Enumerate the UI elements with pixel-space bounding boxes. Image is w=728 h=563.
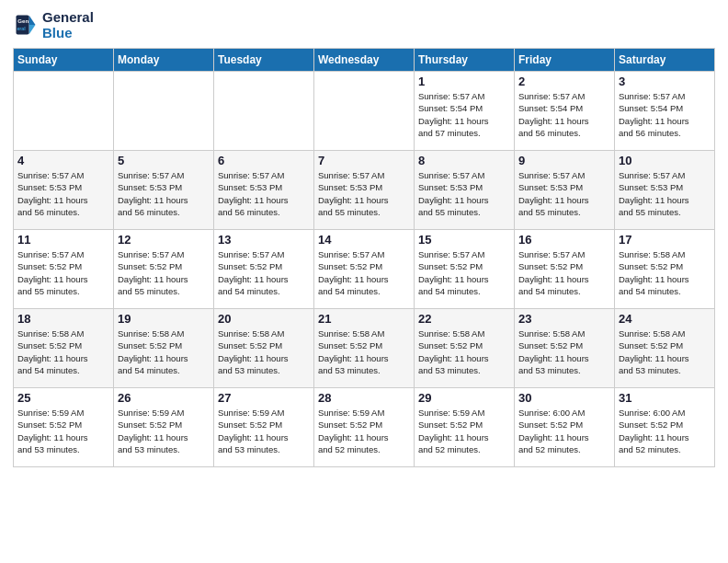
day-number: 14 xyxy=(318,233,410,247)
column-header-friday: Friday xyxy=(515,49,615,72)
calendar-cell: 21Sunrise: 5:58 AM Sunset: 5:52 PM Dayli… xyxy=(314,309,415,388)
calendar-cell: 28Sunrise: 5:59 AM Sunset: 5:52 PM Dayli… xyxy=(314,388,415,467)
calendar-cell: 31Sunrise: 6:00 AM Sunset: 5:52 PM Dayli… xyxy=(615,388,715,467)
day-info: Sunrise: 5:58 AM Sunset: 5:52 PM Dayligh… xyxy=(518,327,610,376)
calendar-cell: 14Sunrise: 5:57 AM Sunset: 5:52 PM Dayli… xyxy=(314,230,415,309)
calendar-table: SundayMondayTuesdayWednesdayThursdayFrid… xyxy=(13,48,715,467)
page-container: Gen eral General Blue SundayMondayTuesda… xyxy=(0,0,728,477)
day-number: 28 xyxy=(318,391,410,405)
day-info: Sunrise: 5:57 AM Sunset: 5:52 PM Dayligh… xyxy=(17,248,109,297)
day-number: 30 xyxy=(518,391,610,405)
day-info: Sunrise: 5:59 AM Sunset: 5:52 PM Dayligh… xyxy=(318,407,410,455)
svg-text:Gen: Gen xyxy=(17,17,28,24)
column-header-sunday: Sunday xyxy=(14,49,114,72)
calendar-cell: 22Sunrise: 5:58 AM Sunset: 5:52 PM Dayli… xyxy=(415,309,515,388)
calendar-cell: 25Sunrise: 5:59 AM Sunset: 5:52 PM Dayli… xyxy=(14,388,114,467)
calendar-cell: 24Sunrise: 5:58 AM Sunset: 5:52 PM Dayli… xyxy=(615,309,715,388)
calendar-cell: 1Sunrise: 5:57 AM Sunset: 5:54 PM Daylig… xyxy=(415,72,515,151)
day-info: Sunrise: 5:57 AM Sunset: 5:53 PM Dayligh… xyxy=(418,169,510,218)
day-info: Sunrise: 5:57 AM Sunset: 5:54 PM Dayligh… xyxy=(518,90,610,139)
day-info: Sunrise: 5:57 AM Sunset: 5:54 PM Dayligh… xyxy=(418,90,510,139)
calendar-cell: 5Sunrise: 5:57 AM Sunset: 5:53 PM Daylig… xyxy=(114,151,214,230)
header: Gen eral General Blue xyxy=(13,9,715,40)
calendar-cell: 19Sunrise: 5:58 AM Sunset: 5:52 PM Dayli… xyxy=(114,309,214,388)
day-info: Sunrise: 5:58 AM Sunset: 5:52 PM Dayligh… xyxy=(619,248,711,297)
day-info: Sunrise: 5:58 AM Sunset: 5:52 PM Dayligh… xyxy=(619,327,711,376)
day-number: 20 xyxy=(218,312,310,326)
day-number: 9 xyxy=(518,154,610,167)
svg-marker-0 xyxy=(29,16,36,26)
calendar-cell: 29Sunrise: 5:59 AM Sunset: 5:52 PM Dayli… xyxy=(415,388,515,467)
calendar-cell xyxy=(114,72,214,151)
day-number: 26 xyxy=(118,391,210,405)
day-number: 6 xyxy=(218,154,310,167)
day-number: 31 xyxy=(619,391,711,405)
column-header-monday: Monday xyxy=(114,49,214,72)
calendar-cell: 2Sunrise: 5:57 AM Sunset: 5:54 PM Daylig… xyxy=(515,72,615,151)
logo-icon: Gen eral xyxy=(13,12,39,38)
day-info: Sunrise: 5:59 AM Sunset: 5:52 PM Dayligh… xyxy=(118,407,210,455)
day-info: Sunrise: 5:59 AM Sunset: 5:52 PM Dayligh… xyxy=(218,407,310,455)
column-header-thursday: Thursday xyxy=(415,49,515,72)
calendar-cell: 13Sunrise: 5:57 AM Sunset: 5:52 PM Dayli… xyxy=(214,230,314,309)
day-info: Sunrise: 5:57 AM Sunset: 5:52 PM Dayligh… xyxy=(218,248,310,297)
calendar-cell: 12Sunrise: 5:57 AM Sunset: 5:52 PM Dayli… xyxy=(114,230,214,309)
logo-text: General Blue xyxy=(42,9,94,40)
day-info: Sunrise: 6:00 AM Sunset: 5:52 PM Dayligh… xyxy=(619,407,711,455)
calendar-week-5: 25Sunrise: 5:59 AM Sunset: 5:52 PM Dayli… xyxy=(14,388,715,467)
day-number: 12 xyxy=(118,233,210,247)
calendar-cell: 26Sunrise: 5:59 AM Sunset: 5:52 PM Dayli… xyxy=(114,388,214,467)
day-info: Sunrise: 5:58 AM Sunset: 5:52 PM Dayligh… xyxy=(318,327,410,376)
day-number: 5 xyxy=(118,154,210,167)
day-number: 11 xyxy=(17,233,109,247)
calendar-cell xyxy=(214,72,314,151)
day-number: 21 xyxy=(318,312,410,326)
day-info: Sunrise: 5:57 AM Sunset: 5:53 PM Dayligh… xyxy=(518,169,610,218)
svg-marker-1 xyxy=(29,25,36,35)
day-info: Sunrise: 5:57 AM Sunset: 5:52 PM Dayligh… xyxy=(318,248,410,297)
day-number: 3 xyxy=(619,75,711,88)
day-info: Sunrise: 5:57 AM Sunset: 5:54 PM Dayligh… xyxy=(619,90,711,139)
calendar-cell xyxy=(314,72,415,151)
calendar-cell: 16Sunrise: 5:57 AM Sunset: 5:52 PM Dayli… xyxy=(515,230,615,309)
calendar-week-4: 18Sunrise: 5:58 AM Sunset: 5:52 PM Dayli… xyxy=(14,309,715,388)
day-info: Sunrise: 5:58 AM Sunset: 5:52 PM Dayligh… xyxy=(118,327,210,376)
day-number: 10 xyxy=(619,154,711,167)
day-info: Sunrise: 5:58 AM Sunset: 5:52 PM Dayligh… xyxy=(218,327,310,376)
calendar-cell: 11Sunrise: 5:57 AM Sunset: 5:52 PM Dayli… xyxy=(14,230,114,309)
calendar-cell: 27Sunrise: 5:59 AM Sunset: 5:52 PM Dayli… xyxy=(214,388,314,467)
day-info: Sunrise: 5:57 AM Sunset: 5:53 PM Dayligh… xyxy=(118,169,210,218)
column-header-tuesday: Tuesday xyxy=(214,49,314,72)
calendar-cell: 15Sunrise: 5:57 AM Sunset: 5:52 PM Dayli… xyxy=(415,230,515,309)
day-info: Sunrise: 5:57 AM Sunset: 5:53 PM Dayligh… xyxy=(318,169,410,218)
day-number: 7 xyxy=(318,154,410,167)
logo: Gen eral General Blue xyxy=(13,9,94,40)
day-number: 27 xyxy=(218,391,310,405)
day-number: 2 xyxy=(518,75,610,88)
calendar-cell: 18Sunrise: 5:58 AM Sunset: 5:52 PM Dayli… xyxy=(14,309,114,388)
calendar-cell: 30Sunrise: 6:00 AM Sunset: 5:52 PM Dayli… xyxy=(515,388,615,467)
day-info: Sunrise: 5:57 AM Sunset: 5:53 PM Dayligh… xyxy=(218,169,310,218)
day-number: 16 xyxy=(518,233,610,247)
day-number: 24 xyxy=(619,312,711,326)
calendar-body: 1Sunrise: 5:57 AM Sunset: 5:54 PM Daylig… xyxy=(14,72,715,467)
calendar-cell xyxy=(14,72,114,151)
column-header-saturday: Saturday xyxy=(615,49,715,72)
day-number: 4 xyxy=(17,154,109,167)
day-info: Sunrise: 6:00 AM Sunset: 5:52 PM Dayligh… xyxy=(518,407,610,455)
day-number: 13 xyxy=(218,233,310,247)
calendar-cell: 8Sunrise: 5:57 AM Sunset: 5:53 PM Daylig… xyxy=(415,151,515,230)
day-info: Sunrise: 5:57 AM Sunset: 5:53 PM Dayligh… xyxy=(619,169,711,218)
column-header-wednesday: Wednesday xyxy=(314,49,415,72)
day-number: 17 xyxy=(619,233,711,247)
day-info: Sunrise: 5:59 AM Sunset: 5:52 PM Dayligh… xyxy=(17,407,109,455)
calendar-cell: 10Sunrise: 5:57 AM Sunset: 5:53 PM Dayli… xyxy=(615,151,715,230)
calendar-week-3: 11Sunrise: 5:57 AM Sunset: 5:52 PM Dayli… xyxy=(14,230,715,309)
day-number: 15 xyxy=(418,233,510,247)
day-number: 29 xyxy=(418,391,510,405)
calendar-cell: 17Sunrise: 5:58 AM Sunset: 5:52 PM Dayli… xyxy=(615,230,715,309)
calendar-header-row: SundayMondayTuesdayWednesdayThursdayFrid… xyxy=(14,49,715,72)
day-number: 8 xyxy=(418,154,510,167)
day-number: 1 xyxy=(418,75,510,88)
day-number: 18 xyxy=(17,312,109,326)
